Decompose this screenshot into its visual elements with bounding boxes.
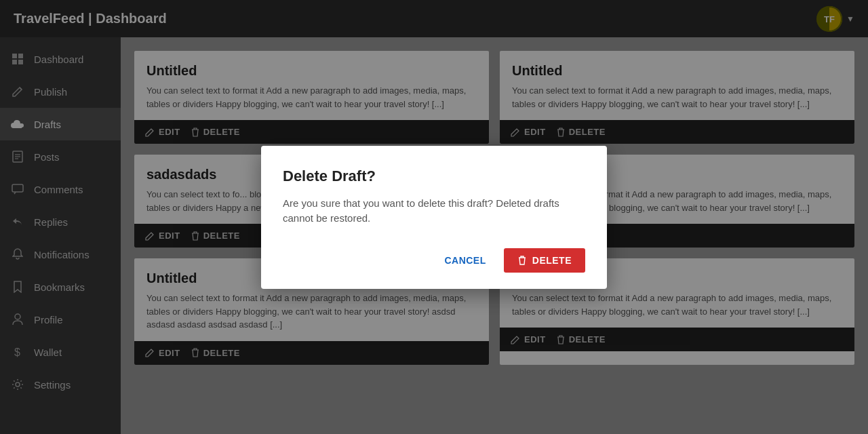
cancel-button[interactable]: CANCEL	[435, 250, 495, 271]
modal-body: Are you sure that you want to delete thi…	[283, 196, 585, 226]
modal-title: Delete Draft?	[283, 167, 585, 185]
confirm-delete-button[interactable]: DELETE	[504, 248, 585, 273]
modal-actions: CANCEL DELETE	[283, 248, 585, 273]
delete-draft-modal: Delete Draft? Are you sure that you want…	[261, 146, 607, 289]
trash-modal-icon	[517, 256, 527, 265]
modal-overlay[interactable]: Delete Draft? Are you sure that you want…	[0, 0, 868, 434]
